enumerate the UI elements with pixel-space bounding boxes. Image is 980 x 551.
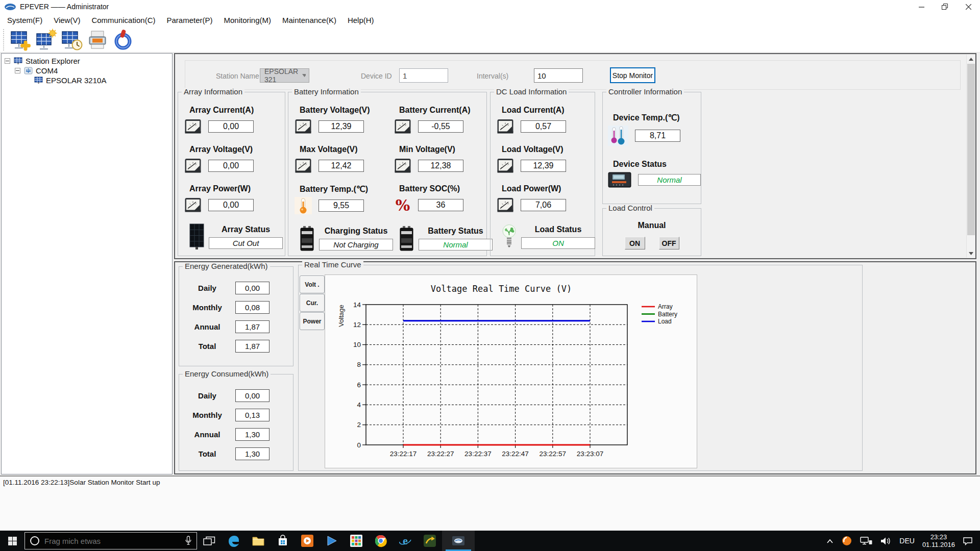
group-title: Energy Consumed(kWh) bbox=[183, 370, 271, 378]
menu-item-help[interactable]: Help(H) bbox=[342, 16, 380, 24]
station-name-select[interactable]: EPSOLAR 321 bbox=[260, 68, 309, 83]
menu-item-system[interactable]: System(F) bbox=[2, 16, 48, 24]
menu-item-communication[interactable]: Communication(C) bbox=[86, 16, 161, 24]
media-player-button[interactable] bbox=[295, 531, 320, 551]
energy-period-label: Annual bbox=[179, 430, 235, 439]
metric-value: 0,00 bbox=[208, 199, 254, 211]
battery-information-group: Battery InformationBattery Voltage(V)12,… bbox=[288, 92, 487, 256]
svg-text:Load: Load bbox=[658, 318, 672, 325]
add-station-button[interactable] bbox=[8, 28, 34, 52]
stop-monitor-button[interactable]: Stop Monitor bbox=[610, 67, 655, 83]
energy-value: 0,08 bbox=[235, 301, 270, 314]
tree-expander-icon[interactable] bbox=[5, 58, 10, 64]
status-column: Charging StatusNot Charging bbox=[319, 227, 393, 251]
svg-text:4: 4 bbox=[357, 401, 361, 409]
network-tray-icon[interactable] bbox=[860, 536, 872, 545]
tray-expand-icon[interactable] bbox=[826, 539, 834, 543]
thermometers-icon bbox=[608, 126, 628, 146]
curve-tab-cur[interactable]: Cur. bbox=[300, 294, 325, 312]
store-button[interactable] bbox=[271, 531, 295, 551]
restore-button[interactable] bbox=[933, 0, 957, 13]
metric-value: 12,39 bbox=[521, 160, 566, 172]
bulb-icon bbox=[501, 223, 518, 250]
epever-tool-button[interactable] bbox=[418, 531, 442, 551]
search-input[interactable] bbox=[44, 537, 180, 545]
load-off-button[interactable]: OFF bbox=[659, 237, 679, 249]
internet-explorer-icon: e bbox=[399, 534, 412, 547]
log-entry: [01.11.2016 23:22:13]Solar Station Monit… bbox=[3, 479, 160, 486]
metric-value: 9,55 bbox=[318, 199, 364, 212]
curve-tab-volt[interactable]: Volt . bbox=[300, 276, 325, 293]
energy-generated-group: Energy Generated(kWh)Daily0,00Monthly0,0… bbox=[179, 266, 293, 366]
tree-item-station-explorer[interactable]: Station Explorer bbox=[2, 56, 172, 66]
scroll-up-arrow-icon[interactable] bbox=[967, 55, 975, 63]
epever-monitor-taskbar-button[interactable] bbox=[442, 531, 475, 551]
svg-text:12: 12 bbox=[353, 321, 361, 329]
device-status-label: Device Status bbox=[613, 160, 701, 169]
energy-value: 0,00 bbox=[235, 389, 270, 402]
controller-device-icon bbox=[608, 172, 631, 188]
menu-item-maintenance[interactable]: Maintenance(K) bbox=[277, 16, 342, 24]
energy-rows: Daily0,00Monthly0,13Annual1,30Total1,30 bbox=[179, 374, 293, 460]
microphone-icon[interactable] bbox=[185, 536, 192, 546]
load-on-button[interactable]: ON bbox=[625, 237, 645, 249]
scroll-down-arrow-icon[interactable] bbox=[967, 249, 975, 258]
metric-row: 0,00 bbox=[184, 118, 285, 135]
menu-item-view[interactable]: View(V) bbox=[48, 16, 86, 24]
minimize-button[interactable] bbox=[910, 0, 933, 13]
system-tray: DEU 23:23 01.11.2016 bbox=[826, 531, 980, 551]
volume-tray-icon[interactable] bbox=[880, 537, 892, 545]
meter-icon bbox=[184, 157, 202, 174]
station-info-button[interactable] bbox=[34, 28, 59, 52]
real-time-monitor-button[interactable] bbox=[59, 28, 85, 52]
station-name-label: Station Name bbox=[216, 72, 259, 80]
meter-icon bbox=[184, 196, 202, 214]
scrollbar-thumb[interactable] bbox=[967, 64, 975, 235]
svg-text:23:22:47: 23:22:47 bbox=[502, 450, 529, 458]
energy-value: 0,00 bbox=[235, 282, 270, 294]
start-button[interactable] bbox=[0, 531, 24, 551]
file-explorer-button[interactable] bbox=[246, 531, 271, 551]
metrics-list: Load Current(A)0,57Load Voltage(V)12,39L… bbox=[491, 92, 595, 250]
menubar: System(F)View(V)Communication(C)Paramete… bbox=[0, 13, 980, 27]
menu-item-parameter[interactable]: Parameter(P) bbox=[161, 16, 218, 24]
tree-item-epsolar-3210a[interactable]: EPSOLAR 3210A bbox=[2, 76, 172, 85]
edge-button[interactable] bbox=[222, 531, 246, 551]
metric-array-current-a-: Array Current(A)0,00 bbox=[184, 106, 285, 135]
task-view-button[interactable] bbox=[197, 531, 222, 551]
metric-label: Load Voltage(V) bbox=[502, 145, 595, 154]
status-value: Normal bbox=[419, 239, 493, 251]
internet-explorer-button[interactable]: e bbox=[393, 531, 418, 551]
metric-array-power-w-: Array Power(W)0,00 bbox=[184, 184, 285, 214]
keyboard-language[interactable]: DEU bbox=[899, 537, 915, 545]
menu-item-monitoring[interactable]: Monitoring(M) bbox=[218, 16, 277, 24]
apps-grid-button[interactable] bbox=[344, 531, 369, 551]
meter-icon bbox=[497, 157, 514, 174]
device-id-input[interactable] bbox=[399, 68, 448, 83]
windows-taskbar: e DEU 23:23 01.11.2016 bbox=[0, 531, 980, 551]
store-bag-icon bbox=[277, 534, 289, 547]
print-button[interactable] bbox=[85, 28, 110, 52]
svg-text:23:23:07: 23:23:07 bbox=[577, 450, 604, 458]
action-center-icon[interactable] bbox=[963, 536, 973, 545]
video-player-button[interactable] bbox=[320, 531, 344, 551]
antivirus-tray-icon[interactable] bbox=[841, 535, 852, 546]
vertical-scrollbar[interactable] bbox=[966, 55, 975, 258]
energy-value: 1,30 bbox=[235, 447, 270, 460]
exit-button[interactable] bbox=[110, 28, 136, 52]
svg-text:23:22:37: 23:22:37 bbox=[464, 450, 492, 458]
apps-grid-icon bbox=[350, 535, 362, 547]
taskbar-clock[interactable]: 23:23 01.11.2016 bbox=[922, 533, 955, 548]
tree-expander-icon[interactable] bbox=[15, 68, 20, 73]
tree-item-com4[interactable]: COM4 bbox=[2, 66, 172, 76]
cortana-search-box[interactable] bbox=[24, 532, 197, 549]
dc-load-information-group: DC Load InformationLoad Current(A)0,57Lo… bbox=[490, 92, 595, 256]
manual-mode-label: Manual bbox=[603, 221, 701, 230]
cortana-icon bbox=[30, 536, 40, 546]
chrome-button[interactable] bbox=[369, 531, 393, 551]
curve-tab-power[interactable]: Power bbox=[300, 312, 325, 330]
interval-input[interactable] bbox=[534, 68, 583, 83]
meter-icon bbox=[295, 157, 312, 174]
energy-row-monthly: Monthly0,13 bbox=[179, 409, 293, 421]
close-button[interactable] bbox=[957, 0, 980, 13]
